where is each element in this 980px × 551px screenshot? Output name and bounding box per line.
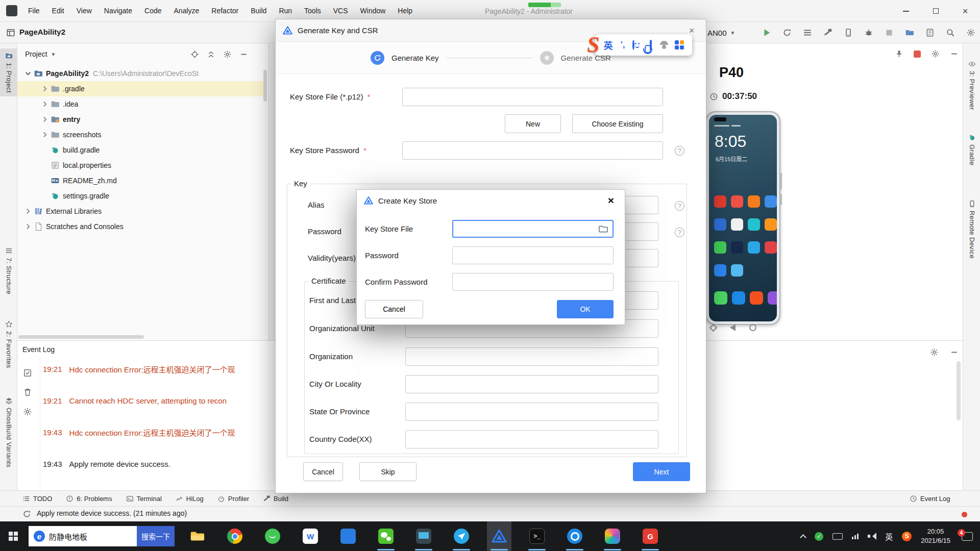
chevron-right-icon[interactable]: [40, 115, 50, 124]
tree-item-build-gradle[interactable]: build.gradle: [17, 142, 264, 158]
taskbar-explorer-icon[interactable]: [185, 521, 209, 551]
taskbar-app-color-icon[interactable]: [600, 521, 625, 551]
tool-button-previewer[interactable]: 3: Previewer: [963, 57, 980, 114]
city-input[interactable]: [405, 375, 658, 393]
help-icon[interactable]: ?: [675, 201, 684, 211]
hide-panel-icon[interactable]: [239, 50, 248, 59]
hide-panel-icon[interactable]: [950, 49, 959, 58]
tab-todo[interactable]: TODO: [22, 495, 52, 503]
app-icon[interactable]: [765, 241, 777, 254]
tray-expand-icon[interactable]: [800, 534, 806, 541]
state-input[interactable]: [405, 403, 658, 421]
vertical-scrollbar[interactable]: [957, 361, 961, 420]
taskbar-wps-icon[interactable]: W: [298, 521, 323, 551]
close-icon[interactable]: ×: [604, 194, 618, 207]
gear-icon[interactable]: [931, 49, 940, 58]
app-icon[interactable]: [765, 195, 777, 208]
tree-item-local-properties[interactable]: local.properties: [17, 158, 264, 173]
tab-terminal[interactable]: Terminal: [126, 495, 162, 503]
collapse-all-icon[interactable]: [207, 50, 215, 59]
tree-item-readme-zh-md[interactable]: README_zh.md: [17, 173, 264, 188]
dock-app-icon[interactable]: [732, 291, 745, 305]
menu-run[interactable]: Run: [273, 5, 298, 17]
tree-item--gradle[interactable]: .gradle: [17, 81, 264, 96]
pin-icon[interactable]: [895, 49, 903, 58]
app-icon[interactable]: [731, 264, 743, 277]
ime-language-toggle[interactable]: 英: [603, 38, 612, 52]
taskbar-chrome-icon[interactable]: [223, 521, 247, 551]
tool-button-ohosbuild-variants[interactable]: OhosBuild Variants: [0, 393, 17, 471]
key-store-file-input[interactable]: [452, 220, 614, 238]
menu-window[interactable]: Window: [355, 5, 391, 17]
app-icon[interactable]: [714, 264, 726, 277]
horizontal-scrollbar[interactable]: [18, 335, 144, 339]
taskbar-app-blue-icon[interactable]: [336, 521, 360, 551]
folder-browse-icon[interactable]: [598, 224, 608, 234]
menu-view[interactable]: View: [71, 5, 97, 17]
app-icon[interactable]: [714, 195, 726, 208]
menu-analyze[interactable]: Analyze: [168, 5, 205, 17]
settings-icon[interactable]: [965, 27, 977, 39]
ime-toolbox-icon[interactable]: [675, 40, 684, 49]
gear-icon[interactable]: [930, 348, 939, 357]
sdk-manager-icon[interactable]: [924, 27, 936, 39]
gear-icon[interactable]: [223, 50, 232, 59]
taskbar-feishu-icon[interactable]: [449, 521, 474, 551]
taskbar-app-g-icon[interactable]: G: [638, 521, 663, 551]
tab-event-log[interactable]: Event Log: [910, 491, 950, 506]
ok-button[interactable]: OK: [557, 300, 614, 318]
menu-help[interactable]: Help: [392, 5, 418, 17]
remote-device-phone[interactable]: 8:05 6月15日周二: [705, 111, 780, 325]
choose-existing-button[interactable]: Choose Existing: [572, 114, 663, 133]
chevron-right-icon[interactable]: [40, 130, 50, 139]
tab-hilog[interactable]: HiLog: [176, 495, 204, 503]
tool-button-project[interactable]: 1: Project: [0, 48, 17, 96]
attach-debugger-icon[interactable]: [781, 27, 793, 39]
tree-item-scratches-and-consoles[interactable]: Scratches and Consoles: [17, 219, 264, 234]
sogou-logo-icon[interactable]: S: [587, 34, 599, 56]
search-everywhere-icon[interactable]: [944, 27, 957, 39]
cancel-button[interactable]: Cancel: [365, 300, 423, 318]
menu-tools[interactable]: Tools: [299, 5, 327, 17]
taskbar-search[interactable]: e 防静电地板: [29, 526, 137, 546]
tree-item-external-libraries[interactable]: External Libraries: [17, 204, 264, 219]
app-icon[interactable]: [748, 241, 760, 254]
tree-item-settings-gradle[interactable]: settings.gradle: [17, 188, 264, 204]
dock-app-icon[interactable]: [768, 291, 777, 305]
taskbar-terminal-icon[interactable]: >_: [525, 521, 549, 551]
app-icon[interactable]: [731, 195, 743, 208]
menu-edit[interactable]: Edit: [46, 5, 70, 17]
app-icon[interactable]: [765, 218, 777, 231]
app-icon[interactable]: [731, 218, 743, 231]
ime-keyboard-icon[interactable]: [650, 41, 652, 49]
network-icon[interactable]: [852, 534, 859, 539]
ime-punctuation-toggle[interactable]: ’,: [620, 40, 625, 49]
password-input[interactable]: [452, 246, 614, 264]
sogou-tray-icon[interactable]: S: [902, 532, 912, 541]
help-icon[interactable]: ?: [675, 228, 684, 237]
app-icon[interactable]: [714, 241, 726, 254]
profile-icon[interactable]: [801, 27, 814, 39]
search-go-button[interactable]: 搜索一下: [137, 526, 175, 546]
organization-input[interactable]: [405, 347, 658, 366]
tool-button-remote-device[interactable]: Remote Device: [963, 196, 980, 262]
device-manager-icon[interactable]: [903, 27, 916, 39]
tab-build[interactable]: Build: [263, 495, 288, 503]
clear-all-icon[interactable]: [23, 388, 32, 397]
app-icon[interactable]: [714, 218, 726, 231]
chevron-right-icon[interactable]: [23, 222, 33, 231]
key-store-file-input[interactable]: [402, 88, 663, 106]
confirm-password-input[interactable]: [452, 273, 614, 291]
refresh-icon[interactable]: [22, 510, 31, 518]
tree-item--idea[interactable]: .idea: [17, 96, 264, 112]
chevron-right-icon[interactable]: [40, 84, 50, 93]
touch-keyboard-icon[interactable]: [832, 533, 843, 540]
stop-session-icon[interactable]: [914, 51, 921, 58]
debug-icon[interactable]: [863, 27, 875, 39]
menu-vcs[interactable]: VCS: [328, 5, 354, 17]
maximize-button[interactable]: [921, 0, 950, 22]
vertical-scrollbar[interactable]: [263, 70, 267, 102]
locate-file-icon[interactable]: [190, 50, 199, 59]
app-icon[interactable]: [748, 218, 760, 231]
tab-6-problems[interactable]: 6: Problems: [66, 495, 112, 503]
